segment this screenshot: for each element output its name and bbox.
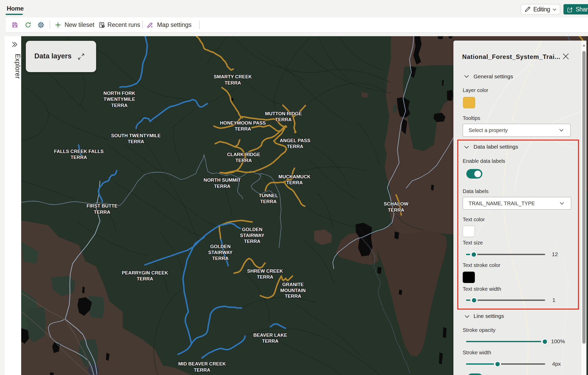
svg-text:MID BEAVER CREEK: MID BEAVER CREEK — [178, 361, 226, 366]
svg-text:HONEYMOON PASS: HONEYMOON PASS — [220, 120, 266, 126]
svg-text:GOLDEN: GOLDEN — [210, 244, 230, 249]
svg-text:PEARRYGIN CREEK: PEARRYGIN CREEK — [122, 270, 168, 275]
svg-text:TERRA: TERRA — [244, 239, 260, 244]
svg-text:TERRA: TERRA — [285, 293, 301, 299]
svg-text:GOLDEN: GOLDEN — [242, 227, 262, 232]
svg-text:TERRA: TERRA — [212, 256, 229, 261]
svg-text:TERRA: TERRA — [128, 139, 144, 144]
svg-text:CLARK RIDGE: CLARK RIDGE — [227, 152, 260, 157]
svg-text:SMARTY CREEK: SMARTY CREEK — [214, 74, 252, 79]
svg-text:TERRA: TERRA — [225, 80, 241, 86]
svg-text:STAIRWAY: STAIRWAY — [208, 250, 233, 255]
svg-text:TERRA: TERRA — [260, 199, 277, 204]
svg-text:SHREW CREEK: SHREW CREEK — [247, 268, 283, 274]
svg-text:SCHALOW: SCHALOW — [384, 201, 408, 206]
svg-text:ANGEL PASS: ANGEL PASS — [280, 138, 311, 143]
svg-text:TERRA: TERRA — [71, 155, 87, 160]
svg-text:TERRA: TERRA — [214, 183, 230, 189]
svg-text:TUNNEL: TUNNEL — [259, 193, 278, 198]
svg-text:NORTH SUMMIT: NORTH SUMMIT — [204, 177, 241, 183]
svg-text:TERRA: TERRA — [235, 158, 252, 163]
svg-text:TERRA: TERRA — [275, 117, 292, 122]
svg-text:MOUNTAIN: MOUNTAIN — [280, 288, 306, 293]
svg-text:TERRA: TERRA — [111, 103, 128, 108]
svg-text:MUTTON RIDGE: MUTTON RIDGE — [265, 111, 302, 116]
svg-text:TERRA: TERRA — [388, 207, 404, 213]
svg-text:MUCKAMUCK: MUCKAMUCK — [278, 174, 311, 179]
svg-text:FIRST BUTTE: FIRST BUTTE — [87, 203, 118, 209]
svg-text:TERRA: TERRA — [257, 274, 273, 280]
svg-text:STAIRWAY: STAIRWAY — [240, 233, 265, 238]
svg-text:TERRA: TERRA — [194, 367, 210, 373]
svg-text:TWENTYMILE: TWENTYMILE — [104, 96, 135, 102]
svg-text:BEAVER LAKE: BEAVER LAKE — [253, 332, 287, 338]
svg-text:SOUTH TWENTYMILE: SOUTH TWENTYMILE — [111, 133, 161, 138]
svg-text:TERRA: TERRA — [262, 338, 278, 344]
svg-text:FALLS CREEK FALLS: FALLS CREEK FALLS — [54, 149, 104, 154]
svg-text:TERRA: TERRA — [137, 276, 153, 281]
svg-text:TERRA: TERRA — [235, 126, 251, 132]
svg-text:TERRA: TERRA — [287, 144, 303, 149]
svg-text:TERRA: TERRA — [94, 209, 110, 215]
svg-text:TERRA: TERRA — [286, 180, 303, 185]
svg-text:NORTH FORK: NORTH FORK — [103, 90, 135, 96]
svg-text:GRANITE: GRANITE — [282, 282, 304, 287]
